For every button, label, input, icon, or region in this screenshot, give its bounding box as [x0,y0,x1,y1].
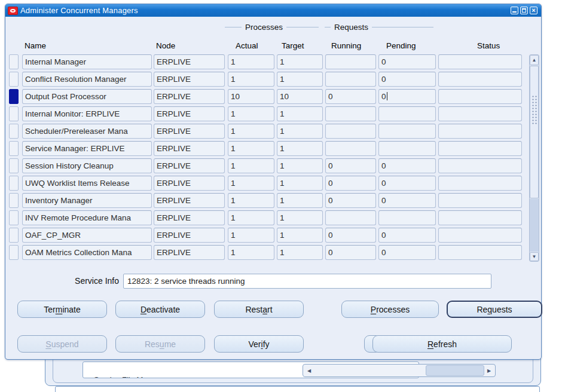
record-indicator[interactable] [9,210,19,225]
cell-node[interactable]: ERPLIVE [154,141,225,156]
cell-target[interactable]: 1 [277,245,323,260]
cell-running[interactable] [325,141,376,156]
cell-status[interactable] [438,228,522,243]
cell-pending[interactable]: 0 [378,54,436,69]
maximize-button[interactable] [520,7,528,14]
cell-name[interactable]: Scheduler/Prereleaser Mana [22,124,152,139]
scroll-right-icon[interactable]: ▶ [484,365,494,376]
cell-name[interactable]: Conflict Resolution Manager [22,72,152,87]
record-indicator[interactable] [9,176,19,191]
cell-node[interactable]: ERPLIVE [154,54,225,69]
cell-pending[interactable]: 0 [378,228,436,243]
cell-pending[interactable]: 0 [378,72,436,87]
cell-node[interactable]: ERPLIVE [154,106,225,121]
cell-target[interactable]: 1 [277,176,323,191]
cell-running[interactable]: 0 [325,89,376,104]
cell-target[interactable]: 1 [277,141,323,156]
cell-actual[interactable]: 1 [228,72,274,87]
cell-node[interactable]: ERPLIVE [154,176,225,191]
cell-actual[interactable]: 1 [228,245,274,260]
record-indicator[interactable] [9,54,19,69]
minimize-button[interactable] [511,7,518,14]
cell-pending[interactable]: 0 [378,176,436,191]
cell-running[interactable]: 0 [325,245,376,260]
verify-button[interactable]: Verify [214,335,304,353]
cell-actual[interactable]: 1 [228,54,274,69]
cell-actual[interactable]: 1 [228,124,274,139]
cell-target[interactable]: 1 [277,210,323,225]
scroll-down-icon[interactable]: ▼ [530,252,539,261]
cell-running[interactable] [325,210,376,225]
cell-name[interactable]: Session History Cleanup [22,158,152,173]
cell-status[interactable] [438,89,522,104]
service-info-field[interactable]: 12823: 2 service threads running [123,274,491,289]
cell-pending[interactable] [378,141,436,156]
cell-pending[interactable]: 0 [378,193,436,208]
record-indicator[interactable] [9,141,19,156]
scroll-track[interactable] [530,199,539,252]
record-indicator[interactable] [9,72,19,87]
cell-target[interactable]: 1 [277,124,323,139]
cell-pending[interactable] [378,106,436,121]
record-indicator[interactable] [9,158,19,173]
cell-target[interactable]: 1 [277,158,323,173]
cell-name[interactable]: Service Manager: ERPLIVE [22,141,152,156]
cell-status[interactable] [438,245,522,260]
cell-running[interactable] [325,106,376,121]
vertical-scrollbar[interactable]: ▲ ▼ [529,54,539,262]
record-indicator[interactable] [9,245,19,260]
cell-status[interactable] [438,141,522,156]
cell-actual[interactable]: 1 [228,193,274,208]
terminate-button[interactable]: Terminate [17,301,107,318]
cell-actual[interactable]: 1 [228,158,274,173]
cell-target[interactable]: 10 [277,89,323,104]
background-horizontal-scrollbar[interactable]: ◀ ▶ [303,364,496,377]
scroll-left-icon[interactable]: ◀ [304,365,314,376]
deactivate-button[interactable]: Deactivate [115,301,205,318]
horizontal-scroll-thumb[interactable] [426,365,484,376]
cell-actual[interactable]: 10 [228,89,274,104]
cell-status[interactable] [438,158,522,173]
cell-name[interactable]: INV Remote Procedure Mana [22,210,152,225]
cell-name[interactable]: Internal Manager [22,54,152,69]
restart-button[interactable]: Restart [214,301,304,318]
close-button[interactable]: × [530,7,537,14]
cell-node[interactable]: ERPLIVE [154,245,225,260]
cell-node[interactable]: ERPLIVE [154,158,225,173]
cell-name[interactable]: UWQ Worklist Items Release [22,176,152,191]
cell-node[interactable]: ERPLIVE [154,72,225,87]
cell-target[interactable]: 1 [277,54,323,69]
vertical-scroll-thumb[interactable] [530,66,539,198]
cell-running[interactable]: 0 [325,228,376,243]
cell-target[interactable]: 1 [277,72,323,87]
cell-pending[interactable] [378,210,436,225]
cell-status[interactable] [438,72,522,87]
record-indicator-selected[interactable] [9,89,19,104]
cell-node[interactable]: ERPLIVE [154,210,225,225]
record-indicator[interactable] [9,228,19,243]
cell-actual[interactable]: 1 [228,141,274,156]
cell-name[interactable]: Output Post Processor [22,89,152,104]
window-titlebar[interactable]: Administer Concurrent Managers × [5,4,541,17]
requests-button[interactable]: Requests [447,301,542,318]
cell-name[interactable]: OAM Metrics Collection Mana [22,245,152,260]
cell-running[interactable]: 0 [325,193,376,208]
cell-name[interactable]: OAF_CP_MGR [22,228,152,243]
cell-node[interactable]: ERPLIVE [154,193,225,208]
cell-status[interactable] [438,176,522,191]
cell-status[interactable] [438,124,522,139]
processes-button[interactable]: Processes [341,301,439,318]
cell-status[interactable] [438,210,522,225]
refresh-button[interactable]: Refresh [372,335,512,353]
cell-running[interactable] [325,124,376,139]
cell-node[interactable]: ERPLIVE [154,228,225,243]
cell-actual[interactable]: 1 [228,210,274,225]
cell-target[interactable]: 1 [277,193,323,208]
cell-running[interactable] [325,54,376,69]
cell-actual[interactable]: 1 [228,228,274,243]
cell-running[interactable]: 0 [325,158,376,173]
cell-target[interactable]: 1 [277,228,323,243]
cell-node[interactable]: ERPLIVE [154,124,225,139]
cell-status[interactable] [438,106,522,121]
cell-pending[interactable]: 0 [378,245,436,260]
